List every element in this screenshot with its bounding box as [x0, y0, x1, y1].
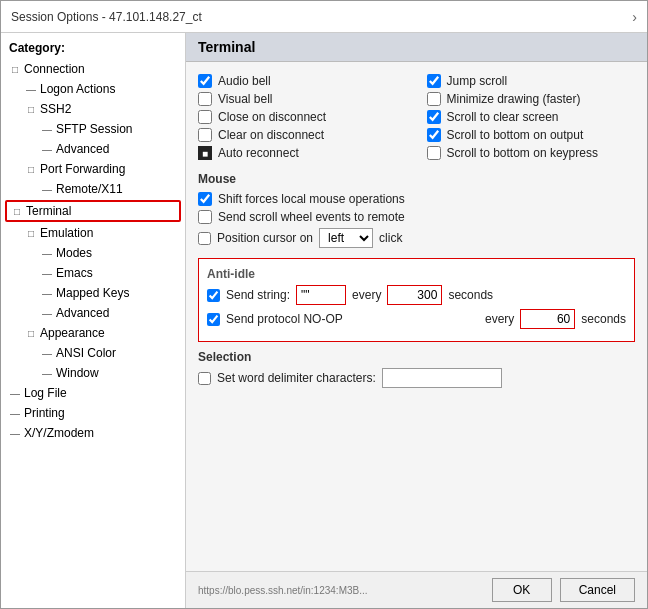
scroll-to-clear-label: Scroll to clear screen — [447, 110, 559, 124]
tree-label: X/Y/Zmodem — [24, 426, 94, 440]
anti-idle-label: Anti-idle — [207, 267, 626, 281]
selection-section: Selection Set word delimiter characters: — [198, 350, 635, 388]
tree-item-log-file[interactable]: — Log File — [5, 383, 181, 403]
scroll-to-bottom-keypress-checkbox[interactable] — [427, 146, 441, 160]
shift-forces-checkbox[interactable] — [198, 192, 212, 206]
visual-bell-checkbox[interactable] — [198, 92, 212, 106]
tree-expand-icon: □ — [9, 64, 21, 75]
session-options-window: Session Options - 47.101.148.27_ct › Cat… — [0, 0, 648, 609]
position-cursor-select[interactable]: left right — [319, 228, 373, 248]
send-scroll-checkbox[interactable] — [198, 210, 212, 224]
tree-label: Logon Actions — [40, 82, 115, 96]
tree-item-logon-actions[interactable]: — Logon Actions — [5, 79, 181, 99]
tree-label: Printing — [24, 406, 65, 420]
jump-scroll-row: Jump scroll — [427, 72, 636, 90]
ok-button[interactable]: OK — [492, 578, 552, 602]
tree-dash-icon: — — [41, 308, 53, 319]
category-tree: □ Connection — Logon Actions □ SSH2 — [5, 59, 181, 443]
scroll-to-clear-checkbox[interactable] — [427, 110, 441, 124]
tree-expand-icon: □ — [25, 164, 37, 175]
send-protocol-seconds-input[interactable] — [520, 309, 575, 329]
col1-options: Audio bell Visual bell Close on disconne… — [198, 72, 407, 162]
jump-scroll-label: Jump scroll — [447, 74, 508, 88]
tree-item-sftp[interactable]: — SFTP Session — [5, 119, 181, 139]
send-string-seconds-input[interactable] — [387, 285, 442, 305]
audio-bell-checkbox[interactable] — [198, 74, 212, 88]
tree-item-modes[interactable]: — Modes — [5, 243, 181, 263]
send-scroll-label: Send scroll wheel events to remote — [218, 210, 405, 224]
send-protocol-seconds-label: seconds — [581, 312, 626, 326]
set-word-checkbox[interactable] — [198, 372, 211, 385]
tree-item-port-forwarding[interactable]: □ Port Forwarding — [5, 159, 181, 179]
anti-idle-section: Anti-idle Send string: every seconds Sen… — [198, 258, 635, 342]
send-protocol-checkbox[interactable] — [207, 313, 220, 326]
auto-reconnect-filled-checkbox[interactable]: ■ — [198, 146, 212, 160]
set-word-label: Set word delimiter characters: — [217, 371, 376, 385]
tree-label: Advanced — [56, 142, 109, 156]
send-string-seconds-label: seconds — [448, 288, 493, 302]
tree-item-advanced[interactable]: — Advanced — [5, 139, 181, 159]
send-string-checkbox[interactable] — [207, 289, 220, 302]
tree-item-emulation[interactable]: □ Emulation — [5, 223, 181, 243]
tree-label: SFTP Session — [56, 122, 132, 136]
minimize-drawing-checkbox[interactable] — [427, 92, 441, 106]
scroll-to-bottom-output-row: Scroll to bottom on output — [427, 126, 636, 144]
tree-item-ansi-color[interactable]: — ANSI Color — [5, 343, 181, 363]
cancel-button[interactable]: Cancel — [560, 578, 635, 602]
scroll-to-bottom-output-checkbox[interactable] — [427, 128, 441, 142]
tree-item-ssh2[interactable]: □ SSH2 — [5, 99, 181, 119]
clear-on-disconnect-checkbox[interactable] — [198, 128, 212, 142]
tree-label: Modes — [56, 246, 92, 260]
title-bar: Session Options - 47.101.148.27_ct › — [1, 1, 647, 33]
tree-label: Log File — [24, 386, 67, 400]
tree-dash-icon: — — [41, 348, 53, 359]
send-string-every: every — [352, 288, 381, 302]
tree-item-printing[interactable]: — Printing — [5, 403, 181, 423]
scroll-to-bottom-keypress-label: Scroll to bottom on keypress — [447, 146, 598, 160]
tree-item-connection[interactable]: □ Connection — [5, 59, 181, 79]
tree-dash-icon: — — [9, 408, 21, 419]
right-panel: Terminal Audio bell Visual bell — [186, 33, 647, 608]
panel-header: Terminal — [186, 33, 647, 62]
tree-item-remote-x11[interactable]: — Remote/X11 — [5, 179, 181, 199]
tree-item-mapped-keys[interactable]: — Mapped Keys — [5, 283, 181, 303]
scroll-to-bottom-output-label: Scroll to bottom on output — [447, 128, 584, 142]
mouse-section: Mouse Shift forces local mouse operation… — [198, 172, 635, 250]
position-cursor-suffix: click — [379, 231, 402, 245]
tree-item-emacs[interactable]: — Emacs — [5, 263, 181, 283]
close-on-disconnect-label: Close on disconnect — [218, 110, 326, 124]
send-protocol-every: every — [485, 312, 514, 326]
shift-forces-label: Shift forces local mouse operations — [218, 192, 405, 206]
tree-item-advanced2[interactable]: — Advanced — [5, 303, 181, 323]
tree-dash-icon: — — [41, 144, 53, 155]
close-on-disconnect-checkbox[interactable] — [198, 110, 212, 124]
send-string-input[interactable] — [296, 285, 346, 305]
tree-item-xyz-modem[interactable]: — X/Y/Zmodem — [5, 423, 181, 443]
tree-item-terminal[interactable]: □ Terminal — [5, 199, 181, 223]
audio-bell-row: Audio bell — [198, 72, 407, 90]
panel-body: Audio bell Visual bell Close on disconne… — [186, 62, 647, 571]
jump-scroll-checkbox[interactable] — [427, 74, 441, 88]
tree-item-window[interactable]: — Window — [5, 363, 181, 383]
tree-label: ANSI Color — [56, 346, 116, 360]
send-protocol-label: Send protocol NO-OP — [226, 312, 343, 326]
tree-dash-icon: — — [41, 124, 53, 135]
tree-dash-icon: — — [41, 288, 53, 299]
col2-options: Jump scroll Minimize drawing (faster) Sc… — [427, 72, 636, 162]
main-content: Category: □ Connection — Logon Actions — [1, 33, 647, 608]
visual-bell-row: Visual bell — [198, 90, 407, 108]
set-word-input[interactable] — [382, 368, 502, 388]
close-icon[interactable]: › — [632, 9, 637, 25]
auto-reconnect-row: ■ Auto reconnect — [198, 144, 407, 162]
tree-dash-icon: — — [41, 248, 53, 259]
tree-dash-icon: — — [25, 84, 37, 95]
tree-label: Appearance — [40, 326, 105, 340]
tree-label: Port Forwarding — [40, 162, 125, 176]
tree-expand-icon: □ — [11, 206, 23, 217]
position-cursor-checkbox[interactable] — [198, 232, 211, 245]
tree-item-appearance[interactable]: □ Appearance — [5, 323, 181, 343]
footer: https://blo.pess.ssh.net/in:1234:M3B... … — [186, 571, 647, 608]
close-on-disconnect-row: Close on disconnect — [198, 108, 407, 126]
position-cursor-row: Position cursor on left right click — [198, 226, 635, 250]
tree-label: Connection — [24, 62, 85, 76]
